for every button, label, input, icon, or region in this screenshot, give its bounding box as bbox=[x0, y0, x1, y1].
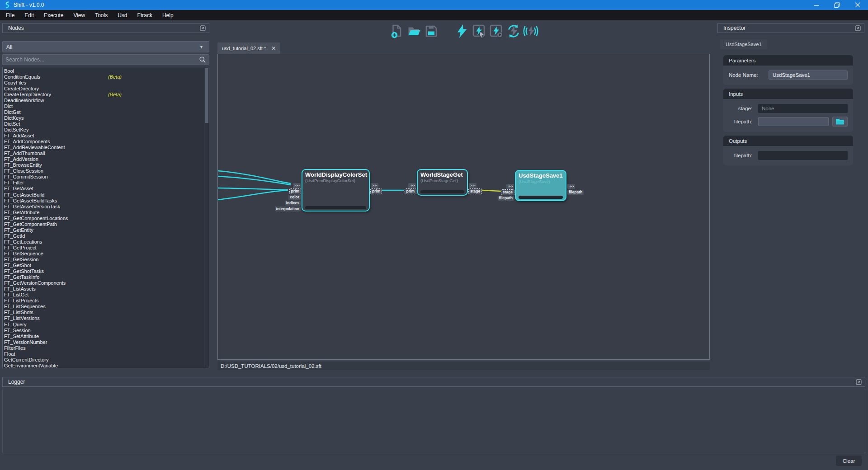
node-graph-canvas[interactable]: WorldDisplayColorSet (UsdPrimDisplayColo… bbox=[217, 54, 710, 360]
node-type-item[interactable]: FT_GetVersionComponents bbox=[4, 280, 209, 286]
output-port-stage[interactable]: stage bbox=[469, 189, 481, 194]
node-type-item[interactable]: FT_GetAssetBuildTasks bbox=[4, 197, 209, 203]
node-type-item[interactable]: CreateTempDirectory(Beta) bbox=[4, 91, 209, 97]
node-type-item[interactable]: FT_GetComponentPath bbox=[4, 221, 209, 227]
input-port-color[interactable]: color bbox=[288, 195, 301, 200]
node-type-item[interactable]: Float bbox=[4, 351, 209, 357]
graph-node-worldstageget[interactable]: WorldStageGet (UsdPrimStageGet) >>>prim>… bbox=[417, 169, 468, 196]
node-type-item[interactable]: FT_AddVersion bbox=[4, 156, 209, 162]
filepath-input[interactable] bbox=[758, 117, 829, 126]
node-type-item[interactable]: Dict bbox=[4, 103, 209, 109]
inspector-popout-button[interactable] bbox=[854, 25, 861, 32]
node-type-item[interactable]: CreateDirectory bbox=[4, 85, 209, 91]
node-type-item[interactable]: DictKeys bbox=[4, 115, 209, 121]
logger-popout-button[interactable] bbox=[855, 379, 862, 385]
node-type-item[interactable]: FT_GetProject bbox=[4, 244, 209, 250]
input-port-flow[interactable]: >>> bbox=[293, 183, 301, 188]
node-type-item[interactable]: FT_ListShots bbox=[4, 310, 209, 315]
output-port-filepath[interactable]: filepath bbox=[567, 190, 584, 195]
output-port-flow[interactable]: >>> bbox=[371, 183, 378, 188]
node-search-input[interactable] bbox=[5, 56, 199, 63]
input-port-flow[interactable]: >>> bbox=[506, 184, 514, 189]
clear-logger-button[interactable]: Clear bbox=[836, 456, 862, 466]
output-port-flow[interactable]: >>> bbox=[469, 183, 476, 188]
re-execute-button[interactable] bbox=[505, 22, 522, 40]
menu-edit[interactable]: Edit bbox=[19, 10, 39, 20]
node-type-item[interactable]: FT_Filter bbox=[4, 180, 209, 186]
node-type-item[interactable]: FT_Query bbox=[4, 321, 209, 327]
node-type-item[interactable]: FT_BrowseEntity bbox=[4, 162, 209, 168]
menu-ftrack[interactable]: Ftrack bbox=[132, 10, 157, 20]
node-type-item[interactable]: FT_GetAttribute bbox=[4, 209, 209, 215]
node-type-item[interactable]: FT_AddComponents bbox=[4, 139, 209, 145]
node-type-item[interactable]: FT_GetSequence bbox=[4, 250, 209, 256]
node-type-item[interactable]: FT_SetAttribute bbox=[4, 333, 209, 339]
node-type-item[interactable]: ConditionEquals(Beta) bbox=[4, 74, 209, 80]
output-port-flow[interactable]: >>> bbox=[567, 184, 575, 189]
nodes-popout-button[interactable] bbox=[199, 25, 206, 32]
node-type-item[interactable]: FT_GetAssetBuild bbox=[4, 192, 209, 197]
execute-button[interactable] bbox=[453, 22, 471, 40]
node-name-input[interactable] bbox=[769, 70, 848, 80]
node-type-item[interactable]: CopyFiles bbox=[4, 80, 209, 85]
node-type-item[interactable]: FT_GetSession bbox=[4, 257, 209, 263]
node-type-item[interactable]: FT_VersionNumber bbox=[4, 339, 209, 345]
node-type-item[interactable]: FilterFiles bbox=[4, 345, 209, 351]
node-type-item[interactable]: FT_GetEntity bbox=[4, 227, 209, 233]
menu-tools[interactable]: Tools bbox=[90, 10, 113, 20]
input-port-prim[interactable]: prim bbox=[405, 189, 416, 194]
tab-usd-tutorial-02[interactable]: usd_tutorial_02.sft * ✕ bbox=[217, 42, 280, 54]
node-type-item[interactable]: FT_GetShot bbox=[4, 263, 209, 268]
node-type-item[interactable]: FT_GetAssetVersionTask bbox=[4, 203, 209, 209]
browse-filepath-button[interactable] bbox=[832, 117, 848, 127]
execute-selected-button[interactable] bbox=[471, 22, 488, 40]
node-type-item[interactable]: DictGet bbox=[4, 109, 209, 115]
node-type-item[interactable]: FT_ListAssets bbox=[4, 286, 209, 292]
input-port-stage[interactable]: stage bbox=[501, 190, 514, 195]
node-type-item[interactable]: DictSet bbox=[4, 121, 209, 127]
close-button[interactable] bbox=[847, 0, 868, 10]
input-port-indices[interactable]: indices bbox=[285, 201, 301, 206]
node-type-item[interactable]: Bool bbox=[4, 68, 209, 74]
input-port-interpolation[interactable]: interpolation bbox=[275, 207, 301, 212]
node-type-item[interactable]: FT_ListGet bbox=[4, 292, 209, 298]
output-port-prim[interactable]: prim bbox=[371, 189, 382, 194]
live-execution-button[interactable] bbox=[522, 22, 539, 40]
node-type-item[interactable]: FT_AddAsset bbox=[4, 133, 209, 139]
menu-execute[interactable]: Execute bbox=[39, 10, 68, 20]
node-type-item[interactable]: FT_GetTaskInfo bbox=[4, 274, 209, 280]
node-type-item[interactable]: FT_GetId bbox=[4, 233, 209, 239]
menu-file[interactable]: File bbox=[1, 10, 19, 20]
node-type-item[interactable]: FT_AddReviewableContent bbox=[4, 145, 209, 150]
node-type-item[interactable]: FT_ListProjects bbox=[4, 298, 209, 304]
scrollbar-thumb[interactable] bbox=[205, 68, 208, 123]
node-type-item[interactable]: FT_GetComponentLocations bbox=[4, 215, 209, 221]
node-type-item[interactable]: GetEnvironmentVariable bbox=[4, 362, 209, 368]
input-port-flow[interactable]: >>> bbox=[408, 183, 416, 188]
node-type-item[interactable]: GetCurrentDirectory bbox=[4, 357, 209, 362]
input-port-filepath[interactable]: filepath bbox=[498, 196, 514, 201]
graph-node-usdstagesave1[interactable]: UsdStageSave1 (UsdStageSave) >>>stagefil… bbox=[515, 170, 566, 201]
node-list-scrollbar[interactable] bbox=[204, 67, 209, 368]
node-type-item[interactable]: DeadlineWorkflow bbox=[4, 97, 209, 103]
node-type-item[interactable]: FT_CloseSession bbox=[4, 168, 209, 174]
save-graph-button[interactable] bbox=[423, 22, 440, 40]
node-filter-dropdown[interactable]: All ▼ bbox=[2, 41, 209, 52]
node-type-item[interactable]: DictSetKey bbox=[4, 127, 209, 132]
open-graph-button[interactable] bbox=[406, 22, 423, 40]
node-type-item[interactable]: FT_Session bbox=[4, 327, 209, 333]
node-type-item[interactable]: FT_GetLocations bbox=[4, 239, 209, 244]
menu-usd[interactable]: Usd bbox=[113, 10, 132, 20]
inspector-tab-usdstagesave1[interactable]: UsdStageSave1 bbox=[720, 39, 767, 49]
node-type-item[interactable]: FT_ListVersions bbox=[4, 315, 209, 321]
execute-from-selected-button[interactable] bbox=[488, 22, 505, 40]
tab-close-icon[interactable]: ✕ bbox=[271, 46, 276, 51]
minimize-button[interactable] bbox=[806, 0, 826, 10]
node-type-item[interactable]: FT_GetShotTasks bbox=[4, 268, 209, 274]
node-type-item[interactable]: FT_GetAsset bbox=[4, 186, 209, 192]
node-type-item[interactable]: FT_ListSequences bbox=[4, 304, 209, 310]
graph-node-worlddisplaycolorset[interactable]: WorldDisplayColorSet (UsdPrimDisplayColo… bbox=[302, 169, 370, 212]
input-port-prim[interactable]: prim bbox=[290, 189, 301, 194]
restore-button[interactable] bbox=[826, 0, 847, 10]
new-graph-button[interactable] bbox=[388, 22, 406, 40]
